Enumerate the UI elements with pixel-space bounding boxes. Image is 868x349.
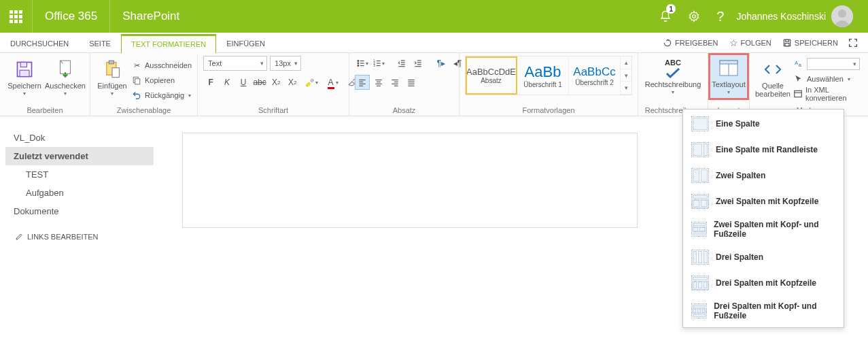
page-actions-bar: DURCHSUCHEN SEITE TEXT FORMATIEREN EINFÜ… — [0, 33, 868, 53]
styles-scroll[interactable]: ▴▾▾ — [621, 56, 631, 95]
svg-rect-14 — [135, 79, 140, 84]
svg-point-19 — [358, 65, 359, 67]
highlight-color-button[interactable]: ▾ — [301, 75, 322, 90]
undo-icon — [131, 90, 142, 101]
svg-rect-56 — [795, 90, 802, 97]
cursor-icon — [793, 73, 804, 84]
star-icon: ☆ — [729, 37, 738, 48]
ribbon-checkout-button[interactable]: Auschecken ▾ — [46, 56, 84, 97]
tab-browse[interactable]: DURCHSUCHEN — [0, 33, 79, 53]
save-label: SPEICHERN — [795, 39, 838, 47]
layout-two-columns[interactable]: Zwei Spalten — [684, 163, 842, 188]
ribbon: Speichern ▾ Auschecken ▾ Bearbeiten Einf… — [0, 53, 868, 116]
tab-insert[interactable]: EINFÜGEN — [216, 33, 275, 53]
style-heading2[interactable]: AaBbCc Überschrift 2 — [569, 56, 621, 95]
help-icon: ? — [716, 9, 724, 24]
waffle-icon — [10, 10, 22, 23]
undo-button[interactable]: Rückgängig▾ — [131, 88, 192, 102]
language-button[interactable]: Aa ▾ — [793, 57, 863, 71]
paste-button[interactable]: Einfügen ▾ — [96, 56, 128, 97]
font-name-select[interactable]: Text▾ — [203, 56, 267, 71]
svg-rect-11 — [109, 61, 114, 64]
nav-recent-header[interactable]: Zuletzt verwendet — [5, 147, 154, 165]
layout-one-column-sidebar[interactable]: Eine Spalte mit Randleiste — [684, 137, 842, 163]
align-justify-button[interactable] — [404, 75, 419, 90]
superscript-button[interactable]: X2 — [285, 75, 300, 90]
align-left-button[interactable] — [355, 75, 370, 90]
style-heading1[interactable]: AaBb Überschrift 1 — [517, 56, 569, 95]
ribbon-group-clipboard: Einfügen ▾ ✂Ausschneiden Kopieren Rückgä… — [90, 53, 198, 116]
style-paragraph-label: Absatz — [481, 77, 502, 84]
font-size-select[interactable]: 13px▾ — [270, 56, 301, 71]
edit-source-label: Quelle bearbeiten — [755, 82, 791, 98]
subscript-button[interactable]: X2 — [268, 75, 283, 90]
bullets-button[interactable]: ▾ — [355, 56, 370, 71]
nav-test[interactable]: TEST — [5, 165, 163, 184]
notifications-button[interactable]: 1 — [651, 0, 680, 33]
app-launcher[interactable] — [0, 0, 33, 33]
svg-rect-8 — [20, 70, 29, 76]
tab-format-text[interactable]: TEXT FORMATIEREN — [121, 34, 216, 54]
align-center-button[interactable] — [371, 75, 386, 90]
language-select[interactable]: ▾ — [807, 58, 860, 70]
focus-content-button[interactable] — [844, 37, 863, 48]
notifications-badge: 1 — [666, 4, 676, 14]
ribbon-group-edit: Speichern ▾ Auschecken ▾ Bearbeiten — [0, 53, 90, 116]
xml-icon — [793, 88, 803, 99]
edit-source-button[interactable]: Quelle bearbeiten — [755, 56, 791, 98]
font-color-button[interactable]: A▾ — [323, 75, 343, 90]
save-icon — [782, 38, 792, 48]
layout-icon — [719, 60, 738, 76]
ribbon-group-paragraph: ▾ 123▾ ¶▸ ◂¶ Absatz — [349, 53, 459, 116]
source-icon — [764, 62, 782, 77]
help-button[interactable]: ? — [708, 0, 732, 33]
share-label: FREIGEBEN — [675, 39, 718, 47]
strikethrough-button[interactable]: abc — [252, 75, 267, 90]
tab-page[interactable]: SEITE — [79, 33, 121, 53]
product-name[interactable]: Office 365 — [33, 0, 110, 33]
svg-text:a: a — [799, 63, 801, 67]
rich-text-editor[interactable] — [182, 133, 638, 228]
ribbon-save-label: Speichern — [7, 82, 41, 90]
follow-label: FOLGEN — [741, 39, 771, 47]
site-name[interactable]: SharePoint — [110, 10, 192, 23]
ribbon-save-button[interactable]: Speichern ▾ — [5, 56, 44, 97]
underline-button[interactable]: U — [236, 75, 251, 90]
bullets-icon — [356, 59, 366, 68]
svg-point-2 — [838, 10, 846, 18]
italic-button[interactable]: K — [220, 75, 235, 90]
bold-button[interactable]: F — [203, 75, 218, 90]
gear-icon — [688, 10, 700, 22]
settings-button[interactable] — [680, 0, 708, 33]
follow-button[interactable]: ☆ FOLGEN — [724, 37, 777, 48]
nav-vldok[interactable]: VL_Dok — [5, 129, 163, 147]
save-button[interactable]: SPEICHERN — [777, 38, 844, 48]
styles-gallery[interactable]: AaBbCcDdE Absatz AaBb Überschrift 1 AaBb… — [465, 56, 632, 95]
ltr-button[interactable]: ¶▸ — [434, 56, 449, 71]
layout-two-columns-header[interactable]: Zwei Spalten mit Kopfzeile — [684, 188, 842, 214]
numbering-button[interactable]: 123▾ — [371, 56, 386, 71]
layout-two-columns-header-footer[interactable]: Zwei Spalten mit Kopf- und Fußzeile — [684, 214, 842, 244]
select-button[interactable]: Auswählen▾ — [793, 72, 863, 86]
checkout-icon — [56, 59, 74, 80]
edit-links-button[interactable]: LINKS BEARBEITEN — [5, 233, 163, 241]
cut-button[interactable]: ✂Ausschneiden — [131, 59, 192, 72]
convert-xml-button[interactable]: In XML konvertieren — [793, 87, 863, 101]
textlayout-button[interactable]: Textlayout ▾ — [710, 54, 748, 99]
indent-button[interactable] — [411, 56, 426, 71]
share-button[interactable]: FREIGEBEN — [657, 38, 724, 48]
nav-dokumente[interactable]: Dokumente — [5, 202, 163, 220]
fullscreen-icon — [848, 37, 858, 48]
align-right-button[interactable] — [387, 75, 402, 90]
outdent-icon — [397, 59, 406, 68]
outdent-button[interactable] — [394, 56, 409, 71]
save-large-icon — [15, 60, 34, 79]
user-menu[interactable]: Johannes Koschinski — [732, 0, 868, 33]
layout-one-column[interactable]: Eine Spalte — [684, 111, 842, 137]
ribbon-group-edit-label: Bearbeiten — [5, 105, 84, 114]
style-paragraph[interactable]: AaBbCcDdE Absatz — [466, 56, 517, 95]
spelling-button[interactable]: ABC Rechtschreibung ▾ — [644, 56, 702, 96]
copy-icon — [131, 75, 142, 86]
nav-aufgaben[interactable]: Aufgaben — [5, 184, 163, 202]
copy-button[interactable]: Kopieren — [131, 73, 192, 87]
